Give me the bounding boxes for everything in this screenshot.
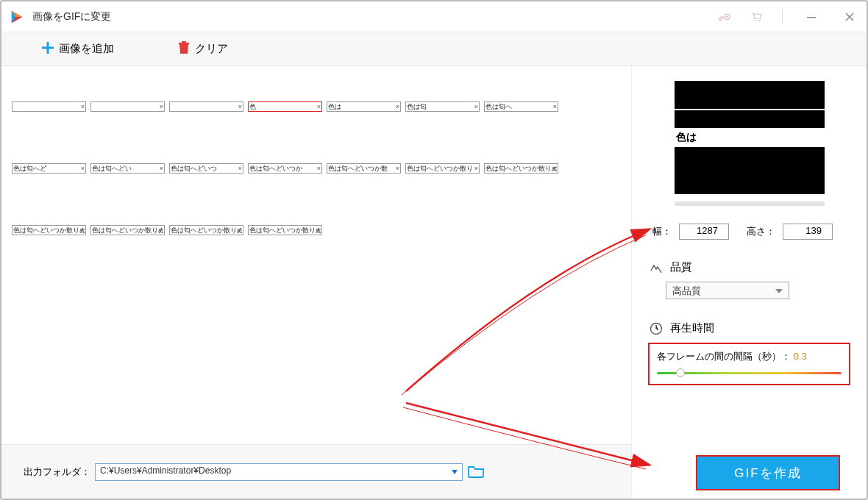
create-gif-label: GIFを作成 (734, 465, 801, 482)
frame-label: 色は匂へどいつ (171, 164, 217, 174)
frame-remove-icon[interactable]: × (160, 164, 163, 173)
quality-icon (650, 261, 663, 274)
quality-title: 品質 (670, 260, 692, 274)
frame-label: 色は (328, 102, 341, 112)
height-label: 高さ： (747, 225, 775, 238)
interval-value: 0.3 (794, 351, 807, 362)
svg-rect-4 (42, 47, 54, 49)
frame-label: 色は匂へどいつか散りぬる (171, 226, 242, 235)
frame-thumb[interactable]: × (12, 101, 86, 112)
frame-thumb[interactable]: 色は匂へどいつか散りぬる× (248, 225, 322, 235)
output-folder-label: 出力フォルダ： (24, 465, 90, 479)
frame-thumb[interactable]: 色× (248, 101, 322, 112)
width-input[interactable]: 1287 (679, 224, 729, 240)
plus-icon (41, 41, 54, 57)
frame-remove-icon[interactable]: × (474, 164, 478, 173)
close-button[interactable] (840, 7, 859, 26)
frame-remove-icon[interactable]: × (81, 226, 85, 235)
add-image-label: 画像を追加 (59, 42, 114, 56)
frame-thumb[interactable]: × (169, 101, 243, 112)
create-gif-wrap: GIFを作成 (696, 455, 840, 490)
frame-label: 色は匂へどいつか散りぬる (13, 226, 85, 235)
frame-label: 色は匂へど (13, 164, 46, 174)
frame-thumb[interactable]: 色は匂へ× (484, 101, 558, 112)
frame-label: 色は匂へどい (92, 164, 132, 174)
frame-remove-icon[interactable]: × (160, 102, 163, 111)
frame-remove-icon[interactable]: × (238, 102, 242, 111)
frame-thumb[interactable]: 色は匂× (405, 101, 480, 112)
titlebar: 画像をGIFに変更 (1, 1, 867, 32)
playback-section-head: 再生時間 (650, 321, 852, 335)
frame-remove-icon[interactable]: × (317, 226, 321, 235)
frame-thumb[interactable]: 色は匂へど× (12, 163, 86, 174)
frame-thumb[interactable]: 色は匂へどいつか散り× (405, 163, 480, 174)
frame-remove-icon[interactable]: × (396, 164, 399, 173)
titlebar-separator (782, 10, 783, 24)
interval-slider[interactable] (657, 369, 842, 376)
frame-label: 色は匂へどいつか散り (407, 164, 473, 174)
frame-remove-icon[interactable]: × (553, 164, 557, 173)
frame-label: 色は匂へどいつか散りぬる (92, 226, 163, 235)
preview-caption: 色は (675, 129, 825, 147)
preview-strip-2 (675, 110, 825, 128)
trash-icon (177, 41, 191, 57)
frame-label: 色は匂へどいつか散 (328, 164, 388, 174)
frame-thumb[interactable]: 色は匂へどいつか散りぬる× (169, 225, 243, 235)
frame-remove-icon[interactable]: × (238, 164, 242, 173)
frame-thumb[interactable]: 色は匂へどいつか× (248, 163, 322, 174)
quality-select[interactable]: 高品質 (666, 282, 789, 299)
preview-strip-1 (675, 81, 825, 109)
frame-remove-icon[interactable]: × (553, 102, 557, 111)
frame-remove-icon[interactable]: × (474, 102, 478, 111)
frame-thumb[interactable]: 色は× (327, 101, 401, 112)
frame-remove-icon[interactable]: × (238, 226, 242, 235)
frames-grid: ×××色×色は×色は匂×色は匂へ×色は匂へど×色は匂へどい×色は匂へどいつ×色は… (1, 66, 631, 235)
frame-thumb[interactable]: 色は匂へどいつか散× (327, 163, 401, 174)
frame-thumb[interactable]: 色は匂へどいつか散りぬる× (12, 225, 86, 235)
svg-point-0 (754, 20, 755, 21)
width-value: 1287 (697, 225, 718, 236)
key-icon[interactable] (717, 10, 730, 24)
minimize-button[interactable] (802, 7, 821, 26)
interval-label-text: 各フレームの間の間隔（秒）： (657, 351, 791, 362)
quality-value: 高品質 (672, 285, 701, 296)
output-folder-value: C:¥Users¥Administrator¥Desktop (100, 465, 231, 476)
frame-thumb[interactable]: × (90, 101, 165, 112)
frame-label: 色は匂へどいつか (249, 164, 302, 174)
folder-icon[interactable] (467, 463, 485, 480)
frame-thumb[interactable]: 色は匂へどいつ× (169, 163, 243, 174)
app-logo (9, 9, 25, 25)
frame-label: 色は匂へどいつか散りぬ (485, 164, 557, 174)
frame-thumb[interactable]: 色は匂へどいつか散りぬる× (90, 225, 165, 235)
quality-section-head: 品質 (650, 260, 852, 274)
frame-thumb[interactable]: 色は匂へどい× (90, 163, 165, 174)
interval-box: 各フレームの間の間隔（秒）： 0.3 (648, 343, 850, 385)
frame-remove-icon[interactable]: × (160, 226, 163, 235)
frame-remove-icon[interactable]: × (396, 102, 399, 111)
frame-remove-icon[interactable]: × (81, 164, 85, 173)
frame-thumb[interactable]: 色は匂へどいつか散りぬ× (484, 163, 558, 174)
preview-scrollbar[interactable] (675, 201, 825, 206)
output-folder-combo[interactable]: C:¥Users¥Administrator¥Desktop (95, 463, 463, 481)
frame-label: 色 (249, 102, 256, 112)
actionbar: 画像を追加 クリア (1, 32, 867, 66)
frame-remove-icon[interactable]: × (317, 164, 321, 173)
preview-area: 色は (675, 81, 825, 194)
dimensions-row: 幅： 1287 高さ： 139 (652, 224, 846, 240)
height-input[interactable]: 139 (783, 224, 833, 240)
frame-remove-icon[interactable]: × (317, 102, 321, 111)
svg-rect-2 (807, 17, 816, 18)
interval-label: 各フレームの間の間隔（秒）： 0.3 (657, 350, 842, 363)
slider-thumb[interactable] (676, 368, 685, 377)
width-label: 幅： (652, 225, 672, 238)
height-value: 139 (805, 225, 822, 236)
playback-title: 再生時間 (670, 321, 714, 335)
cart-icon[interactable] (750, 10, 763, 24)
create-gif-button[interactable]: GIFを作成 (697, 457, 839, 489)
svg-point-1 (758, 20, 760, 21)
clear-button[interactable]: クリア (177, 41, 228, 57)
clock-icon (650, 322, 663, 335)
add-image-button[interactable]: 画像を追加 (41, 41, 114, 57)
frame-remove-icon[interactable]: × (81, 102, 85, 111)
clear-label: クリア (195, 42, 228, 56)
